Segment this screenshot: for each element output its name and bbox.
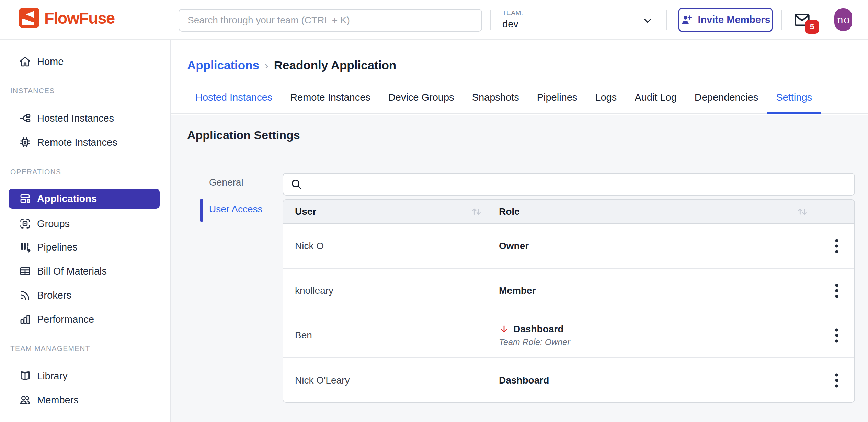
settings-subnav-user-access[interactable]: User Access bbox=[209, 204, 263, 215]
flowfuse-logo[interactable]: FlowFuse bbox=[19, 8, 115, 28]
main-content: Applications › Readonly Application Host… bbox=[171, 40, 868, 422]
user-role: Owner bbox=[488, 241, 819, 252]
user-name: Ben bbox=[283, 330, 488, 341]
sidebar-item-remote-instances[interactable]: Remote Instances bbox=[0, 130, 171, 154]
tab-device-groups[interactable]: Device Groups bbox=[379, 81, 463, 113]
sidebar-item-hosted-instances[interactable]: Hosted Instances bbox=[0, 106, 171, 130]
table-row: knolleary Member bbox=[283, 269, 854, 313]
tab-snapshots[interactable]: Snapshots bbox=[463, 81, 528, 113]
sidebar-item-label: Brokers bbox=[37, 290, 71, 301]
global-search-input[interactable] bbox=[179, 9, 482, 32]
home-icon bbox=[19, 55, 31, 68]
app-window: FlowFuse TEAM: dev Invite Members bbox=[0, 0, 868, 422]
sidebar-section-instances: INSTANCES bbox=[10, 84, 55, 98]
bill-of-materials-icon bbox=[19, 265, 31, 277]
members-icon bbox=[19, 394, 31, 406]
user-name: Nick O'Leary bbox=[283, 375, 488, 386]
sidebar-item-performance[interactable]: Performance bbox=[0, 307, 171, 331]
remote-instances-icon bbox=[19, 136, 31, 148]
breadcrumb-separator: › bbox=[265, 59, 269, 72]
sidebar-item-label: Home bbox=[37, 56, 64, 67]
subnav-active-indicator bbox=[200, 199, 203, 222]
library-icon bbox=[19, 370, 31, 382]
sidebar-item-label: Applications bbox=[37, 193, 97, 204]
sort-icon[interactable] bbox=[470, 205, 483, 219]
subnav-divider bbox=[267, 173, 267, 403]
table-row: Ben Dashboard Team Role bbox=[283, 313, 854, 358]
chevron-down-icon[interactable] bbox=[643, 16, 652, 25]
sidebar-item-label: Remote Instances bbox=[37, 137, 117, 148]
sidebar-item-bill-of-materials[interactable]: Bill Of Materials bbox=[0, 259, 171, 283]
sidebar-item-label: Pipelines bbox=[37, 242, 78, 253]
sort-icon[interactable] bbox=[796, 205, 809, 219]
tab-audit-log[interactable]: Audit Log bbox=[626, 81, 686, 113]
user-search-input[interactable] bbox=[302, 174, 854, 195]
brokers-icon bbox=[19, 289, 31, 301]
user-avatar[interactable]: no bbox=[834, 8, 852, 31]
sidebar-section-team-management: TEAM MANAGEMENT bbox=[10, 342, 90, 355]
tab-pipelines[interactable]: Pipelines bbox=[528, 81, 586, 113]
sidebar-item-home[interactable]: Home bbox=[0, 49, 171, 74]
role-downgrade-arrow-icon bbox=[499, 324, 509, 334]
sidebar-item-label: Members bbox=[37, 395, 79, 406]
tab-hosted-instances[interactable]: Hosted Instances bbox=[186, 81, 281, 113]
user-access-table: User Role bbox=[283, 199, 855, 403]
sidebar-item-pipelines[interactable]: Pipelines bbox=[0, 235, 171, 259]
row-kebab-menu-button[interactable] bbox=[819, 269, 854, 313]
sidebar-item-groups[interactable]: Groups bbox=[0, 212, 171, 236]
table-row: Nick O'Leary Dashboard bbox=[283, 358, 854, 403]
invite-members-button[interactable]: Invite Members bbox=[678, 8, 773, 32]
user-name: knolleary bbox=[283, 285, 488, 296]
breadcrumb-applications-link[interactable]: Applications bbox=[187, 58, 259, 72]
heading-divider bbox=[187, 151, 855, 151]
column-header-role[interactable]: Role bbox=[488, 200, 819, 223]
settings-subnav-general[interactable]: General bbox=[209, 177, 243, 188]
settings-panel: Application Settings General User Access bbox=[171, 115, 868, 422]
page-title: Application Settings bbox=[187, 129, 300, 142]
sidebar: Home INSTANCES Hosted Instances bbox=[0, 40, 171, 422]
application-tabs: Hosted Instances Remote Instances Device… bbox=[171, 81, 868, 114]
header-divider bbox=[490, 10, 491, 30]
team-selector[interactable]: TEAM: dev bbox=[502, 9, 523, 30]
notification-count-badge: 5 bbox=[805, 20, 819, 34]
performance-icon bbox=[19, 313, 31, 325]
team-name: dev bbox=[502, 19, 523, 30]
flowfuse-logo-icon bbox=[19, 8, 39, 28]
breadcrumb: Applications › Readonly Application bbox=[187, 58, 396, 73]
column-header-user[interactable]: User bbox=[283, 200, 488, 223]
sidebar-item-label: Library bbox=[37, 370, 68, 382]
invite-members-label: Invite Members bbox=[698, 14, 770, 25]
user-name: Nick O bbox=[283, 241, 488, 252]
logo-text: FlowFuse bbox=[44, 9, 115, 27]
groups-icon bbox=[19, 218, 31, 230]
sidebar-item-label: Hosted Instances bbox=[37, 113, 114, 124]
sidebar-item-applications[interactable]: Applications bbox=[9, 189, 160, 209]
table-row: Nick O Owner bbox=[283, 224, 854, 269]
tab-logs[interactable]: Logs bbox=[586, 81, 626, 113]
user-role: Member bbox=[488, 285, 819, 296]
tab-remote-instances[interactable]: Remote Instances bbox=[281, 81, 379, 113]
pipelines-icon bbox=[19, 241, 31, 253]
row-kebab-menu-button[interactable] bbox=[819, 358, 854, 403]
header-divider bbox=[666, 10, 667, 30]
header-divider bbox=[781, 10, 782, 30]
sidebar-item-label: Groups bbox=[37, 218, 70, 230]
team-role-note: Team Role: Owner bbox=[499, 337, 819, 347]
breadcrumb-current-page: Readonly Application bbox=[274, 58, 397, 72]
team-label: TEAM: bbox=[502, 9, 523, 17]
sidebar-item-label: Performance bbox=[37, 314, 94, 325]
user-search-box bbox=[283, 173, 855, 196]
sidebar-item-label: Bill Of Materials bbox=[37, 266, 107, 277]
sidebar-item-brokers[interactable]: Brokers bbox=[0, 283, 171, 307]
table-header-row: User Role bbox=[283, 200, 854, 224]
row-kebab-menu-button[interactable] bbox=[819, 313, 854, 357]
hosted-instances-icon bbox=[19, 112, 31, 124]
row-kebab-menu-button[interactable] bbox=[819, 224, 854, 268]
sidebar-item-members[interactable]: Members bbox=[0, 388, 171, 412]
sidebar-item-library[interactable]: Library bbox=[0, 364, 171, 388]
user-plus-icon bbox=[681, 14, 693, 26]
tab-dependencies[interactable]: Dependencies bbox=[686, 81, 767, 113]
tab-settings[interactable]: Settings bbox=[767, 81, 821, 113]
top-header: FlowFuse TEAM: dev Invite Members bbox=[0, 0, 868, 40]
user-role: Dashboard bbox=[488, 375, 819, 386]
